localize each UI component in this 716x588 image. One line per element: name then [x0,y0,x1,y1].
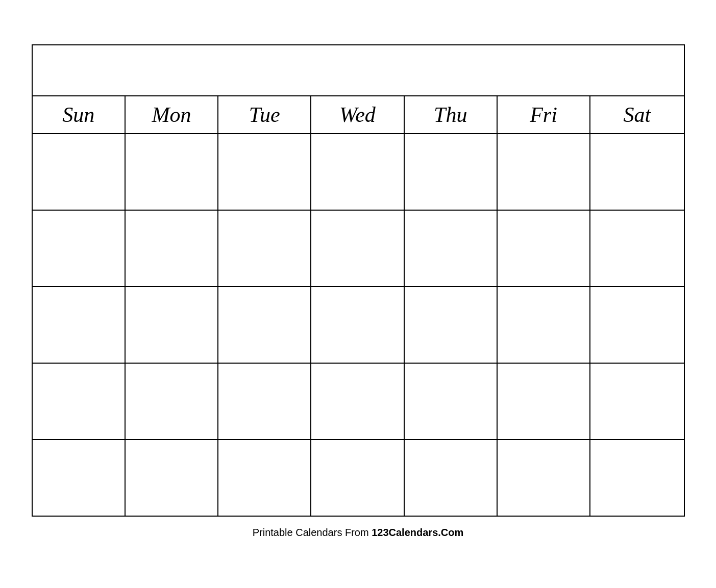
cell-4-sat[interactable] [590,364,683,439]
header-mon: Mon [126,96,218,133]
cell-2-mon[interactable] [126,211,218,286]
calendar-row-3 [33,287,684,364]
cell-5-wed[interactable] [311,440,404,516]
cell-4-mon[interactable] [126,364,218,439]
calendar-row-1 [33,134,684,211]
cell-5-sat[interactable] [590,440,683,516]
calendar-body [33,134,684,516]
cell-2-sun[interactable] [33,211,126,286]
cell-3-sun[interactable] [33,287,126,363]
cell-3-sat[interactable] [590,287,683,363]
footer-text-normal: Printable Calendars From [253,527,372,538]
cell-5-sun[interactable] [33,440,126,516]
cell-3-thu[interactable] [405,287,498,363]
cell-1-mon[interactable] [126,134,218,210]
cell-4-sun[interactable] [33,364,126,439]
cell-4-tue[interactable] [218,364,311,439]
calendar-row-4 [33,364,684,440]
cell-2-sat[interactable] [590,211,683,286]
cell-2-thu[interactable] [405,211,498,286]
cell-3-wed[interactable] [311,287,404,363]
cell-5-mon[interactable] [126,440,218,516]
cell-4-wed[interactable] [311,364,404,439]
footer-text-bold: 123Calendars.Com [372,527,463,538]
header-tue: Tue [218,96,311,133]
cell-5-thu[interactable] [405,440,498,516]
calendar-row-5 [33,440,684,516]
calendar-title-row [33,45,684,96]
cell-2-wed[interactable] [311,211,404,286]
cell-1-sat[interactable] [590,134,683,210]
header-sun: Sun [33,96,126,133]
cell-4-fri[interactable] [498,364,590,439]
calendar-header-row: Sun Mon Tue Wed Thu Fri Sat [33,96,684,134]
cell-5-tue[interactable] [218,440,311,516]
header-sat: Sat [590,96,683,133]
cell-3-tue[interactable] [218,287,311,363]
cell-5-fri[interactable] [498,440,590,516]
cell-1-tue[interactable] [218,134,311,210]
calendar-row-2 [33,211,684,287]
header-thu: Thu [405,96,498,133]
cell-2-tue[interactable] [218,211,311,286]
cell-1-fri[interactable] [498,134,590,210]
cell-1-wed[interactable] [311,134,404,210]
header-fri: Fri [498,96,590,133]
cell-2-fri[interactable] [498,211,590,286]
calendar-container: Sun Mon Tue Wed Thu Fri Sat [32,44,685,517]
cell-1-thu[interactable] [405,134,498,210]
header-wed: Wed [311,96,404,133]
cell-4-thu[interactable] [405,364,498,439]
page-wrapper: Sun Mon Tue Wed Thu Fri Sat [21,34,695,554]
footer: Printable Calendars From 123Calendars.Co… [32,517,685,544]
cell-1-sun[interactable] [33,134,126,210]
cell-3-fri[interactable] [498,287,590,363]
cell-3-mon[interactable] [126,287,218,363]
